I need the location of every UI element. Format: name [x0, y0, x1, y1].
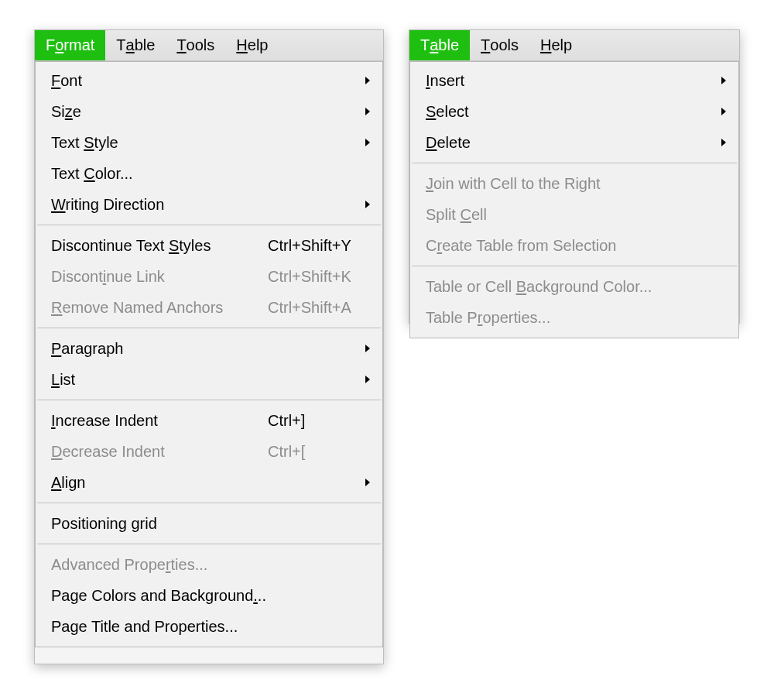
menu-text-color[interactable]: Text Color...	[36, 158, 382, 189]
menu-label: Text Color...	[51, 165, 133, 183]
menu-label: Table Properties...	[426, 309, 550, 327]
menu-page-colors-and-background[interactable]: Page Colors and Background...	[36, 580, 382, 611]
menu-positioning-grid[interactable]: Positioning grid	[36, 508, 382, 539]
menu-shortcut: Ctrl+Shift+K	[249, 268, 370, 286]
right-menubar-help[interactable]: Help	[529, 30, 583, 60]
menu-font[interactable]: Font	[36, 65, 382, 96]
menu-join-with-cell-to-the-right: Join with Cell to the Right	[410, 168, 738, 199]
submenu-arrow-icon	[365, 376, 370, 383]
menu-table-properties: Table Properties...	[410, 302, 738, 333]
menu-label: Size	[51, 103, 81, 121]
menu-label: Align	[51, 474, 85, 492]
menu-table-or-cell-background-color: Table or Cell Background Color...	[410, 271, 738, 302]
menu-insert[interactable]: Insert	[410, 65, 738, 96]
menu-text-style[interactable]: Text Style	[36, 127, 382, 158]
left-menubar-tools[interactable]: Tools	[166, 30, 225, 60]
left-menubar-help[interactable]: Help	[225, 30, 279, 60]
menubar-left: FormatTableToolsHelp	[35, 30, 383, 61]
menu-increase-indent[interactable]: Increase IndentCtrl+]	[36, 405, 382, 436]
menu-separator	[37, 400, 381, 400]
menu-decrease-indent: Decrease IndentCtrl+[	[36, 436, 382, 467]
menu-separator	[37, 503, 381, 503]
menu-label: Table or Cell Background Color...	[426, 278, 652, 296]
menu-label: Select	[426, 103, 469, 121]
menu-label: Text Style	[51, 134, 118, 152]
submenu-arrow-icon	[721, 108, 726, 115]
menu-writing-direction[interactable]: Writing Direction	[36, 189, 382, 220]
submenu-arrow-icon	[721, 139, 726, 146]
format-dropdown: FontSizeText StyleText Color...Writing D…	[35, 61, 383, 647]
menu-create-table-from-selection: Create Table from Selection	[410, 230, 738, 261]
menu-separator	[37, 328, 381, 328]
menubar-right: TableToolsHelp	[409, 30, 739, 61]
table-panel: TableToolsHelp InsertSelectDeleteJoin wi…	[409, 29, 740, 324]
menu-page-title-and-properties[interactable]: Page Title and Properties...	[36, 611, 382, 642]
format-panel: FormatTableToolsHelp FontSizeText StyleT…	[34, 29, 384, 664]
submenu-arrow-icon	[365, 479, 370, 486]
menu-label: Writing Direction	[51, 196, 164, 214]
menu-label: Delete	[426, 134, 471, 152]
menu-label: Decrease Indent	[51, 443, 165, 461]
menu-label: Paragraph	[51, 340, 123, 358]
left-menubar-table[interactable]: Table	[105, 30, 166, 60]
menu-label: Insert	[426, 72, 464, 90]
menu-label: Join with Cell to the Right	[426, 175, 601, 193]
menu-label: Advanced Properties...	[51, 556, 207, 574]
menu-shortcut: Ctrl+Shift+A	[249, 299, 370, 317]
right-menubar-tools[interactable]: Tools	[470, 30, 529, 60]
menu-remove-named-anchors: Remove Named AnchorsCtrl+Shift+A	[36, 292, 382, 323]
submenu-arrow-icon	[365, 201, 370, 208]
menu-separator	[37, 544, 381, 544]
menu-label: List	[51, 371, 75, 389]
table-dropdown: InsertSelectDeleteJoin with Cell to the …	[409, 61, 739, 338]
menu-separator	[37, 225, 381, 225]
menu-list[interactable]: List	[36, 364, 382, 395]
menu-label: Create Table from Selection	[426, 237, 616, 255]
menu-label: Positioning grid	[51, 515, 157, 533]
submenu-arrow-icon	[721, 77, 726, 84]
menu-align[interactable]: Align	[36, 467, 382, 498]
menu-select[interactable]: Select	[410, 96, 738, 127]
submenu-arrow-icon	[365, 139, 370, 146]
menu-split-cell: Split Cell	[410, 199, 738, 230]
menu-label: Page Colors and Background...	[51, 587, 266, 605]
stage: FormatTableToolsHelp FontSizeText StyleT…	[0, 0, 774, 700]
menu-delete[interactable]: Delete	[410, 127, 738, 158]
menu-advanced-properties: Advanced Properties...	[36, 549, 382, 580]
menu-label: Split Cell	[426, 206, 487, 224]
menu-discontinue-text-styles[interactable]: Discontinue Text StylesCtrl+Shift+Y	[36, 230, 382, 261]
menu-shortcut: Ctrl+]	[249, 412, 370, 430]
left-menubar-format[interactable]: Format	[35, 30, 105, 60]
menu-discontinue-link: Discontinue LinkCtrl+Shift+K	[36, 261, 382, 292]
menu-label: Remove Named Anchors	[51, 299, 223, 317]
menu-size[interactable]: Size	[36, 96, 382, 127]
menu-label: Increase Indent	[51, 412, 158, 430]
menu-separator	[412, 163, 737, 163]
menu-label: Page Title and Properties...	[51, 618, 238, 636]
submenu-arrow-icon	[365, 77, 370, 84]
menu-shortcut: Ctrl+[	[249, 443, 370, 461]
menu-separator	[412, 266, 737, 266]
right-menubar-table[interactable]: Table	[409, 30, 470, 60]
menu-label: Discontinue Link	[51, 268, 165, 286]
menu-shortcut: Ctrl+Shift+Y	[249, 237, 370, 255]
menu-paragraph[interactable]: Paragraph	[36, 333, 382, 364]
submenu-arrow-icon	[365, 108, 370, 115]
menu-label: Font	[51, 72, 82, 90]
menu-label: Discontinue Text Styles	[51, 237, 211, 255]
submenu-arrow-icon	[365, 345, 370, 352]
